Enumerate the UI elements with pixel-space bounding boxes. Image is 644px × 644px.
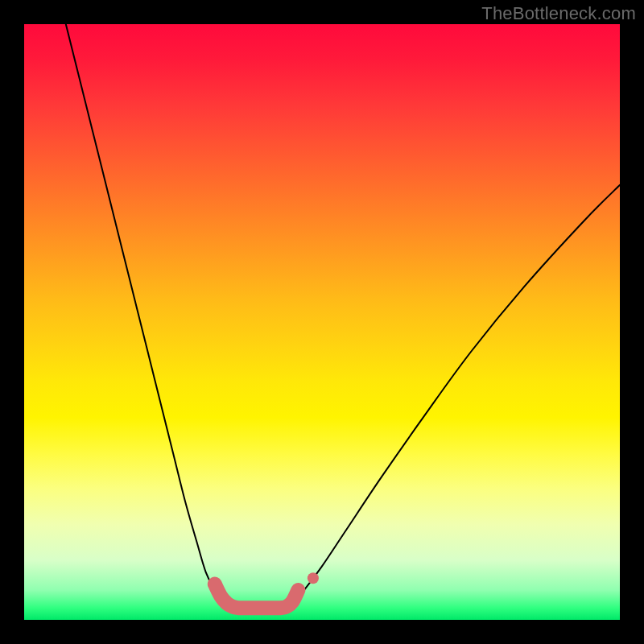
chart-svg — [24, 24, 620, 620]
chart-frame: TheBottleneck.com — [0, 0, 644, 644]
plot-area — [24, 24, 620, 620]
bottom-dot — [308, 572, 319, 584]
left-curve — [66, 24, 239, 608]
watermark-text: TheBottleneck.com — [481, 3, 636, 24]
right-curve — [287, 185, 620, 608]
bottom-band — [215, 584, 299, 609]
